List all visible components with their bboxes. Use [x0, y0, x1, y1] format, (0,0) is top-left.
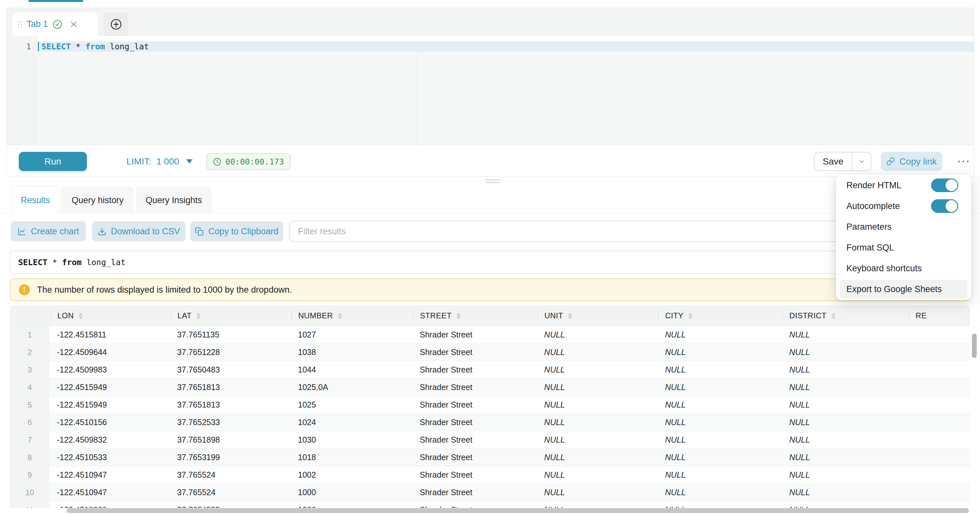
cell-lon[interactable]: -122.4509832	[49, 431, 170, 449]
cell-lat[interactable]: 37.7651135	[170, 326, 291, 343]
cell-city[interactable]: NULL	[658, 396, 782, 413]
cell-unit[interactable]: NULL	[537, 484, 658, 501]
cell-number[interactable]: 1038	[291, 344, 412, 361]
column-header-unit[interactable]: UNIT	[537, 305, 658, 326]
copy-to-clipboard-button[interactable]: Copy to Clipboard	[190, 221, 283, 241]
run-button[interactable]: Run	[19, 152, 87, 171]
limit-dropdown[interactable]: LIMIT: 1 000	[126, 152, 192, 171]
cell-district[interactable]: NULL	[782, 414, 908, 431]
row-number-cell[interactable]: 6	[10, 414, 49, 431]
cell-number[interactable]: 1025	[291, 396, 412, 413]
cell-city[interactable]: NULL	[658, 344, 782, 361]
row-number-cell[interactable]: 5	[10, 396, 49, 413]
cell-re[interactable]	[908, 396, 970, 413]
download-csv-button[interactable]: Download to CSV	[92, 221, 186, 241]
cell-street[interactable]: Shrader Street	[412, 449, 537, 466]
cell-re[interactable]	[908, 379, 970, 396]
cell-number[interactable]: 1018	[291, 449, 412, 466]
save-options-button[interactable]	[852, 153, 871, 170]
cell-lon[interactable]: -122.4510947	[49, 484, 170, 501]
cell-lon[interactable]: -122.4510156	[49, 414, 170, 431]
cell-lat[interactable]: 37.7651813	[170, 396, 291, 413]
cell-number[interactable]: 1024	[291, 414, 412, 431]
cell-re[interactable]	[908, 501, 970, 508]
tab-query-history[interactable]: Query history	[62, 187, 134, 214]
cell-unit[interactable]: NULL	[537, 449, 658, 466]
cell-lat[interactable]: 37.7650483	[170, 361, 291, 378]
cell-unit[interactable]: NULL	[537, 344, 658, 361]
menu-item-render-html[interactable]: Render HTML	[836, 175, 971, 196]
cell-city[interactable]: NULL	[658, 326, 782, 343]
cell-city[interactable]: NULL	[658, 484, 782, 501]
cell-lon[interactable]: -122.4510989	[49, 501, 170, 508]
copy-link-button[interactable]: Copy link	[881, 152, 942, 171]
cell-street[interactable]: Shrader Street	[412, 414, 537, 431]
cell-city[interactable]: NULL	[658, 449, 782, 466]
cell-lon[interactable]: -122.4510533	[49, 449, 170, 466]
sql-code-line[interactable]: SELECT * from long_lat	[41, 42, 149, 52]
sql-editor[interactable]: 1 SELECT * from long_lat	[6, 36, 974, 145]
cell-district[interactable]: NULL	[782, 449, 908, 466]
cell-number[interactable]: 1000	[291, 484, 412, 501]
cell-lon[interactable]: -122.4509983	[49, 361, 170, 378]
cell-number[interactable]: 1027	[291, 326, 412, 343]
cell-number[interactable]: 1030	[291, 431, 412, 449]
cell-unit[interactable]: NULL	[537, 466, 658, 484]
cell-lon[interactable]: -122.4510947	[49, 466, 170, 484]
cell-lat[interactable]: 37.7651228	[170, 344, 291, 361]
cell-street[interactable]: Shrader Street	[412, 466, 537, 484]
cell-city[interactable]: NULL	[658, 466, 782, 484]
cell-lat[interactable]: 37.765524	[170, 466, 291, 484]
cell-number[interactable]: 1044	[291, 361, 412, 378]
cell-number[interactable]: 1006	[291, 501, 412, 508]
cell-re[interactable]	[908, 449, 970, 466]
cell-lat[interactable]: 37.7651898	[170, 431, 291, 449]
cell-city[interactable]: NULL	[658, 431, 782, 449]
save-button[interactable]: Save	[815, 153, 852, 170]
cell-unit[interactable]: NULL	[537, 361, 658, 378]
cell-district[interactable]: NULL	[782, 379, 908, 396]
cell-unit[interactable]: NULL	[537, 501, 658, 508]
toggle-switch[interactable]	[931, 179, 958, 192]
cell-street[interactable]: Shrader Street	[412, 361, 537, 378]
cell-lon[interactable]: -122.4509644	[49, 344, 170, 361]
row-number-cell[interactable]: 3	[10, 361, 49, 378]
horizontal-scrollbar[interactable]	[67, 508, 969, 513]
cell-number[interactable]: 1025.0A	[291, 379, 412, 396]
menu-item-keyboard-shortcuts[interactable]: Keyboard shortcuts	[836, 258, 971, 279]
cell-re[interactable]	[908, 326, 970, 343]
cell-district[interactable]: NULL	[782, 501, 908, 508]
menu-item-export-to-google-sheets[interactable]: Export to Google Sheets	[840, 280, 967, 299]
column-header-district[interactable]: DISTRICT	[782, 305, 908, 326]
cell-re[interactable]	[908, 466, 970, 484]
vertical-scrollbar[interactable]	[972, 334, 977, 358]
row-number-cell[interactable]: 8	[10, 449, 49, 466]
tab-query-insights[interactable]: Query Insights	[136, 187, 212, 214]
cell-district[interactable]: NULL	[782, 484, 908, 501]
cell-lon[interactable]: -122.4515949	[49, 379, 170, 396]
cell-lon[interactable]: -122.4515811	[49, 326, 170, 343]
cell-lat[interactable]: 37.7653199	[170, 449, 291, 466]
cell-lat[interactable]: 37.7652533	[170, 414, 291, 431]
column-header-city[interactable]: CITY	[658, 305, 782, 326]
new-tab-button[interactable]	[104, 12, 129, 36]
cell-district[interactable]: NULL	[782, 466, 908, 484]
cell-district[interactable]: NULL	[782, 431, 908, 449]
cell-street[interactable]: Shrader Street	[412, 484, 537, 501]
cell-re[interactable]	[908, 344, 970, 361]
row-number-cell[interactable]: 10	[10, 484, 49, 501]
menu-item-autocomplete[interactable]: Autocomplete	[836, 196, 971, 216]
cell-street[interactable]: Shrader Street	[412, 344, 537, 361]
column-header-lon[interactable]: LON	[50, 305, 170, 326]
row-number-cell[interactable]: 1	[10, 326, 49, 343]
cell-number[interactable]: 1002	[291, 466, 412, 484]
row-number-cell[interactable]: 11	[10, 501, 49, 508]
cell-lat[interactable]: 37.765524	[170, 484, 291, 501]
cell-city[interactable]: NULL	[658, 361, 782, 378]
row-number-cell[interactable]: 4	[10, 379, 49, 396]
column-header-street[interactable]: STREET	[413, 305, 537, 326]
cell-unit[interactable]: NULL	[537, 431, 658, 449]
cell-city[interactable]: NULL	[658, 501, 782, 508]
cell-lat[interactable]: 37.7654555	[170, 501, 291, 508]
cell-street[interactable]: Shrader Street	[412, 379, 537, 396]
